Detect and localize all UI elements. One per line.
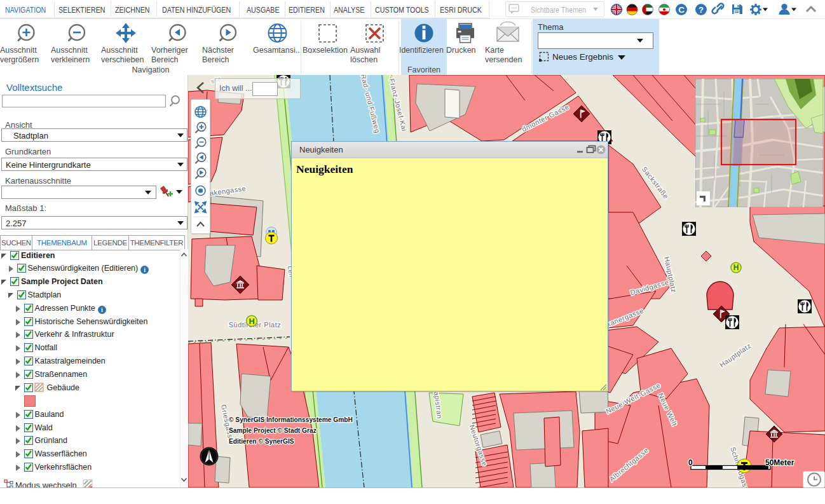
- svg-text:Editieren © SynerGIS: Editieren © SynerGIS: [229, 438, 294, 445]
- svg-text:Sample Project © Stadt Graz: Sample Project © Stadt Graz: [229, 427, 317, 434]
- svg-text:C: C: [678, 5, 685, 15]
- svg-text:© SynerGIS Informationssysteme: © SynerGIS Informationssysteme GmbH: [229, 416, 353, 423]
- svg-text:H: H: [249, 317, 254, 326]
- svg-text:H: H: [733, 263, 739, 272]
- svg-text:?: ?: [699, 5, 704, 15]
- svg-text:0: 0: [688, 458, 693, 467]
- svg-text:50Meter: 50Meter: [765, 458, 794, 467]
